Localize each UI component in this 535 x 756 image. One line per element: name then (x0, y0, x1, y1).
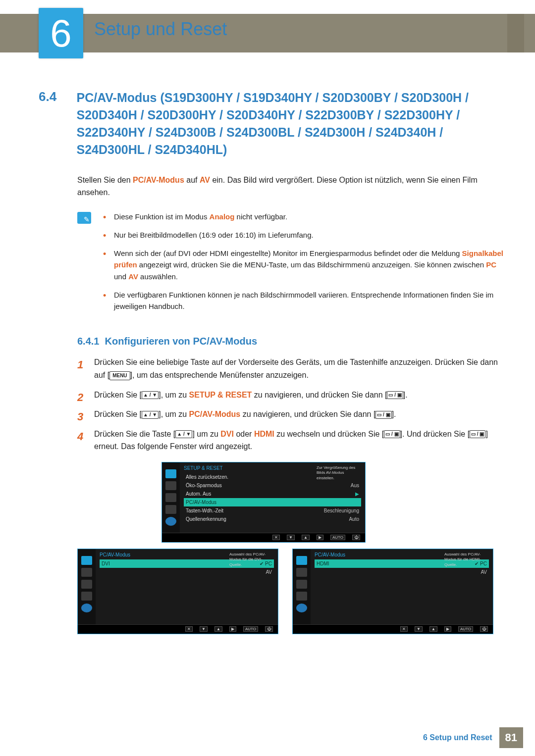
highlight-text: DVI (220, 430, 234, 438)
highlight-text: PC/AV-Modus (189, 410, 241, 418)
text: ], um zu (159, 410, 189, 418)
osd-label: DVI (102, 561, 110, 566)
step-2: 2 Drücken Sie [▲ / ▼], um zu SETUP & RES… (77, 389, 505, 402)
subsection-number: 6.4.1 (77, 336, 99, 347)
select-key-icon: ▭ / ▣ (470, 430, 485, 438)
close-key-icon: ✕ (272, 535, 280, 540)
menu-key-icon: MENU (109, 371, 130, 380)
text: nicht verfügbar. (234, 212, 287, 221)
step-4: 4 Drücken Sie die Taste [▲ / ▼] um zu DV… (77, 428, 505, 453)
osd-hdmi: PC/AV-Modus HDMI✔ PC AV Auswahl des PC/A… (292, 549, 493, 634)
select-key-icon: ▭ / ▣ (387, 391, 403, 399)
right-key-icon: ▶ (444, 626, 451, 632)
text: auf (184, 176, 200, 184)
osd-group: SETUP & RESET Alles zurücksetzen. Öko-Sp… (77, 462, 505, 634)
right-key-icon: ▶ (317, 535, 323, 540)
step-1: 1 Drücken Sie eine beliebige Taste auf d… (77, 356, 505, 381)
chapter-title: Setup und Reset (94, 19, 227, 40)
highlight-text: PC/AV-Modus (133, 176, 184, 184)
text: zu wechseln und drücken Sie [ (274, 430, 384, 438)
section-number: 6.4 (39, 89, 74, 104)
close-key-icon: ✕ (185, 626, 193, 632)
text: Drücken Sie [ (94, 391, 142, 399)
gear-icon (296, 592, 307, 601)
up-key-icon: ▲ (429, 626, 437, 632)
text: ], um zu (159, 391, 189, 399)
osd-menu: PC/AV-Modus DVI✔ PC AV Auswahl des PC/AV… (96, 549, 278, 624)
note-list: Diese Funktion ist im Modus Analog nicht… (103, 211, 505, 319)
intro-paragraph: Stellen Sie den PC/AV-Modus auf AV ein. … (77, 174, 505, 199)
text: ] um zu (192, 430, 220, 438)
text: ], um das entsprechende Menüfenster anzu… (130, 371, 309, 379)
arrow-right-icon: ▶ (355, 500, 359, 505)
updown-key-icon: ▲ / ▼ (142, 391, 159, 399)
osd-menu: SETUP & RESET Alles zurücksetzen. Öko-Sp… (180, 462, 365, 533)
osd-button-bar: ✕ ▼ ▲ ▶ AUTO ⏻ (162, 533, 365, 542)
down-key-icon: ▼ (415, 626, 423, 632)
text: Drücken Sie die Taste [ (94, 430, 175, 438)
auto-key-icon: AUTO (330, 535, 345, 540)
info-box: Diese Funktion ist im Modus Analog nicht… (77, 211, 505, 319)
text: ]. (403, 391, 408, 399)
highlight-text: PC (486, 260, 496, 269)
text: und (114, 272, 128, 281)
osd-value: Aus (351, 483, 359, 488)
gear-icon (165, 505, 176, 514)
highlight-text: AV (128, 272, 138, 281)
size-icon (81, 580, 92, 589)
chapter-number: 6 (50, 11, 71, 56)
osd-row: Öko-SparmodusAus (184, 481, 361, 490)
menu-icon (81, 568, 92, 577)
osd-row-selected: PC/AV-Modus▶ (184, 498, 361, 506)
chapter-number-box: 6 (39, 8, 83, 58)
auto-key-icon: AUTO (458, 626, 473, 632)
highlight-text: SETUP & RESET (189, 391, 252, 399)
step-number: 4 (77, 428, 83, 445)
menu-icon (296, 568, 307, 577)
monitor-icon (296, 556, 307, 565)
info-icon (81, 604, 92, 612)
text: Diese Funktion ist im Modus (114, 212, 210, 221)
osd-row: Tasten-Wdh.-ZeitBeschleunigung (184, 506, 361, 515)
text: angezeigt wird, drücken Sie die MENU-Tas… (137, 260, 486, 269)
osd-row: QuellenerkennungAuto (184, 515, 361, 523)
footer-label: 6 Setup und Reset (423, 733, 492, 742)
osd-dvi: PC/AV-Modus DVI✔ PC AV Auswahl des PC/AV… (77, 549, 278, 634)
text: zu navigieren, und drücken Sie dann [ (240, 410, 375, 418)
step-number: 1 (77, 356, 83, 373)
osd-label: HDMI (317, 561, 329, 566)
osd-button-bar: ✕ ▼ ▲ ▶ AUTO ⏻ (293, 624, 493, 634)
up-key-icon: ▲ (214, 626, 222, 632)
osd-row: AV (100, 568, 274, 576)
list-item: Diese Funktion ist im Modus Analog nicht… (103, 211, 505, 222)
osd-label: Tasten-Wdh.-Zeit (186, 508, 223, 513)
osd-label: Quellenerkennung (186, 516, 226, 522)
highlight-text: Analog (210, 212, 235, 221)
content: 6.4 PC/AV-Modus (S19D300HY / S19D340HY /… (39, 89, 505, 634)
monitor-icon (165, 469, 176, 478)
up-key-icon: ▲ (302, 535, 310, 540)
steps-list: 1 Drücken Sie eine beliebige Taste auf d… (77, 356, 505, 453)
updown-key-icon: ▲ / ▼ (175, 430, 192, 438)
down-key-icon: ▼ (287, 535, 295, 540)
subsection-title: Konfigurieren von PC/AV-Modus (105, 336, 257, 347)
section-row: 6.4 PC/AV-Modus (S19D300HY / S19D340HY /… (39, 89, 505, 158)
osd-hint: Auswahl des PC/AV-Modus für die HDMI-Que… (444, 552, 490, 567)
power-key-icon: ⏻ (352, 535, 360, 540)
step-number: 3 (77, 408, 83, 425)
osd-button-bar: ✕ ▼ ▲ ▶ AUTO ⏻ (78, 624, 278, 634)
close-key-icon: ✕ (400, 626, 408, 632)
info-icon (165, 517, 176, 526)
osd-sidebar (293, 549, 311, 624)
highlight-text: HDMI (254, 430, 274, 438)
auto-key-icon: AUTO (243, 626, 258, 632)
text: ]. Und drücken Sie [ (400, 430, 470, 438)
list-item: Wenn sich der (auf DVI oder HDMI eingest… (103, 248, 505, 282)
list-item: Nur bei Breitbildmodellen (16:9 oder 16:… (103, 229, 505, 241)
size-icon (296, 580, 307, 589)
osd-value: AV (266, 569, 272, 575)
arrow-right-icon: ▶ (355, 491, 359, 497)
osd-hint: Zur Vergrößerung des Bilds AV-Modus eins… (317, 465, 362, 481)
list-item: Die verfügbaren Funktionen können je nac… (103, 289, 505, 312)
text: zu navigieren, und drücken Sie dann [ (252, 391, 387, 399)
